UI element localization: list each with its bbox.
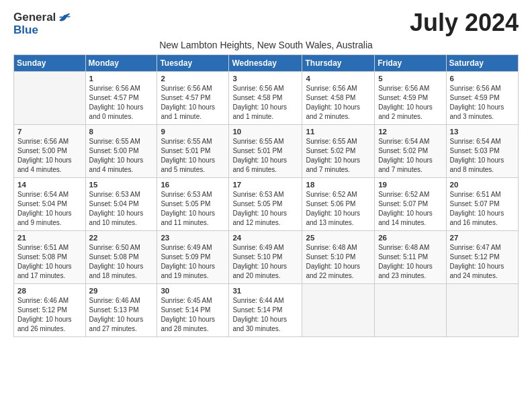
calendar-cell: 5Sunrise: 6:56 AM Sunset: 4:59 PM Daylig… <box>375 71 446 124</box>
day-number: 2 <box>161 75 225 83</box>
calendar-header-row: SundayMondayTuesdayWednesdayThursdayFrid… <box>14 54 519 71</box>
calendar-cell: 29Sunrise: 6:46 AM Sunset: 5:13 PM Dayli… <box>85 283 157 336</box>
day-info: Sunrise: 6:47 AM Sunset: 5:12 PM Dayligh… <box>450 243 515 281</box>
day-info: Sunrise: 6:49 AM Sunset: 5:09 PM Dayligh… <box>161 243 225 281</box>
calendar-cell: 12Sunrise: 6:54 AM Sunset: 5:02 PM Dayli… <box>375 124 446 177</box>
calendar-cell: 27Sunrise: 6:47 AM Sunset: 5:12 PM Dayli… <box>446 230 518 283</box>
day-info: Sunrise: 6:48 AM Sunset: 5:10 PM Dayligh… <box>306 243 371 281</box>
month-title: July 2024 <box>410 11 519 35</box>
day-info: Sunrise: 6:53 AM Sunset: 5:04 PM Dayligh… <box>89 190 154 228</box>
day-number: 18 <box>306 181 371 189</box>
day-number: 4 <box>306 75 371 83</box>
calendar-cell: 10Sunrise: 6:55 AM Sunset: 5:01 PM Dayli… <box>229 124 302 177</box>
calendar-cell: 31Sunrise: 6:44 AM Sunset: 5:14 PM Dayli… <box>229 283 302 336</box>
day-info: Sunrise: 6:44 AM Sunset: 5:14 PM Dayligh… <box>232 296 298 334</box>
calendar-cell: 16Sunrise: 6:53 AM Sunset: 5:05 PM Dayli… <box>157 177 229 230</box>
day-info: Sunrise: 6:53 AM Sunset: 5:05 PM Dayligh… <box>161 190 225 228</box>
day-info: Sunrise: 6:55 AM Sunset: 5:01 PM Dayligh… <box>232 137 298 175</box>
day-info: Sunrise: 6:49 AM Sunset: 5:10 PM Dayligh… <box>232 243 298 281</box>
day-number: 5 <box>378 75 442 83</box>
day-number: 23 <box>161 234 225 242</box>
calendar-header-thursday: Thursday <box>302 54 375 71</box>
day-info: Sunrise: 6:56 AM Sunset: 4:57 PM Dayligh… <box>161 84 225 122</box>
day-info: Sunrise: 6:52 AM Sunset: 5:07 PM Dayligh… <box>378 190 442 228</box>
day-info: Sunrise: 6:46 AM Sunset: 5:12 PM Dayligh… <box>17 296 82 334</box>
day-info: Sunrise: 6:45 AM Sunset: 5:14 PM Dayligh… <box>161 296 225 334</box>
calendar-cell: 24Sunrise: 6:49 AM Sunset: 5:10 PM Dayli… <box>229 230 302 283</box>
day-info: Sunrise: 6:56 AM Sunset: 5:00 PM Dayligh… <box>17 137 82 175</box>
day-number: 28 <box>17 287 82 295</box>
calendar-cell: 14Sunrise: 6:54 AM Sunset: 5:04 PM Dayli… <box>14 177 86 230</box>
day-info: Sunrise: 6:56 AM Sunset: 4:58 PM Dayligh… <box>232 84 298 122</box>
day-info: Sunrise: 6:56 AM Sunset: 4:59 PM Dayligh… <box>450 84 515 122</box>
day-number: 11 <box>306 128 371 136</box>
calendar-cell: 11Sunrise: 6:55 AM Sunset: 5:02 PM Dayli… <box>302 124 375 177</box>
day-number: 14 <box>17 181 82 189</box>
calendar-cell <box>446 283 518 336</box>
day-info: Sunrise: 6:56 AM Sunset: 4:58 PM Dayligh… <box>306 84 371 122</box>
calendar-header-friday: Friday <box>375 54 446 71</box>
calendar-week-2: 7Sunrise: 6:56 AM Sunset: 5:00 PM Daylig… <box>14 124 519 177</box>
calendar-cell: 8Sunrise: 6:55 AM Sunset: 5:00 PM Daylig… <box>85 124 157 177</box>
calendar-cell: 13Sunrise: 6:54 AM Sunset: 5:03 PM Dayli… <box>446 124 518 177</box>
day-number: 30 <box>161 287 225 295</box>
day-number: 15 <box>89 181 154 189</box>
logo: General Blue <box>13 11 71 37</box>
day-info: Sunrise: 6:55 AM Sunset: 5:02 PM Dayligh… <box>306 137 371 175</box>
day-number: 7 <box>17 128 82 136</box>
day-number: 9 <box>161 128 225 136</box>
day-info: Sunrise: 6:54 AM Sunset: 5:02 PM Dayligh… <box>378 137 442 175</box>
day-info: Sunrise: 6:48 AM Sunset: 5:11 PM Dayligh… <box>378 243 442 281</box>
day-number: 16 <box>161 181 225 189</box>
day-info: Sunrise: 6:53 AM Sunset: 5:05 PM Dayligh… <box>232 190 298 228</box>
day-info: Sunrise: 6:56 AM Sunset: 4:59 PM Dayligh… <box>378 84 442 122</box>
calendar-week-5: 28Sunrise: 6:46 AM Sunset: 5:12 PM Dayli… <box>14 283 519 336</box>
day-number: 25 <box>306 234 371 242</box>
day-number: 8 <box>89 128 154 136</box>
day-info: Sunrise: 6:46 AM Sunset: 5:13 PM Dayligh… <box>89 296 154 334</box>
calendar-header-wednesday: Wednesday <box>229 54 302 71</box>
calendar-cell: 4Sunrise: 6:56 AM Sunset: 4:58 PM Daylig… <box>302 71 375 124</box>
day-number: 10 <box>232 128 298 136</box>
calendar-cell: 15Sunrise: 6:53 AM Sunset: 5:04 PM Dayli… <box>85 177 157 230</box>
calendar-cell: 19Sunrise: 6:52 AM Sunset: 5:07 PM Dayli… <box>375 177 446 230</box>
calendar-cell: 17Sunrise: 6:53 AM Sunset: 5:05 PM Dayli… <box>229 177 302 230</box>
calendar-cell: 22Sunrise: 6:50 AM Sunset: 5:08 PM Dayli… <box>85 230 157 283</box>
calendar-page: General Blue July 2024 New Lambton Heigh… <box>0 0 532 411</box>
calendar-header-sunday: Sunday <box>14 54 86 71</box>
calendar-header-tuesday: Tuesday <box>157 54 229 71</box>
day-number: 1 <box>89 75 154 83</box>
logo-text: General Blue <box>13 11 71 37</box>
day-number: 21 <box>17 234 82 242</box>
day-number: 22 <box>89 234 154 242</box>
calendar-cell: 18Sunrise: 6:52 AM Sunset: 5:06 PM Dayli… <box>302 177 375 230</box>
header: General Blue July 2024 <box>13 11 519 37</box>
day-number: 27 <box>450 234 515 242</box>
calendar-cell: 2Sunrise: 6:56 AM Sunset: 4:57 PM Daylig… <box>157 71 229 124</box>
calendar-table: SundayMondayTuesdayWednesdayThursdayFrid… <box>13 54 519 337</box>
day-info: Sunrise: 6:56 AM Sunset: 4:57 PM Dayligh… <box>89 84 154 122</box>
calendar-cell: 21Sunrise: 6:51 AM Sunset: 5:08 PM Dayli… <box>14 230 86 283</box>
calendar-week-4: 21Sunrise: 6:51 AM Sunset: 5:08 PM Dayli… <box>14 230 519 283</box>
day-info: Sunrise: 6:51 AM Sunset: 5:08 PM Dayligh… <box>17 243 82 281</box>
calendar-cell: 6Sunrise: 6:56 AM Sunset: 4:59 PM Daylig… <box>446 71 518 124</box>
calendar-cell <box>302 283 375 336</box>
calendar-cell: 7Sunrise: 6:56 AM Sunset: 5:00 PM Daylig… <box>14 124 86 177</box>
calendar-cell: 25Sunrise: 6:48 AM Sunset: 5:10 PM Dayli… <box>302 230 375 283</box>
calendar-cell: 20Sunrise: 6:51 AM Sunset: 5:07 PM Dayli… <box>446 177 518 230</box>
calendar-cell <box>375 283 446 336</box>
day-number: 20 <box>450 181 515 189</box>
day-info: Sunrise: 6:54 AM Sunset: 5:03 PM Dayligh… <box>450 137 515 175</box>
day-info: Sunrise: 6:55 AM Sunset: 5:00 PM Dayligh… <box>89 137 154 175</box>
calendar-header-saturday: Saturday <box>446 54 518 71</box>
calendar-cell: 28Sunrise: 6:46 AM Sunset: 5:12 PM Dayli… <box>14 283 86 336</box>
day-number: 6 <box>450 75 515 83</box>
calendar-week-1: 1Sunrise: 6:56 AM Sunset: 4:57 PM Daylig… <box>14 71 519 124</box>
day-number: 17 <box>232 181 298 189</box>
calendar-week-3: 14Sunrise: 6:54 AM Sunset: 5:04 PM Dayli… <box>14 177 519 230</box>
calendar-cell: 26Sunrise: 6:48 AM Sunset: 5:11 PM Dayli… <box>375 230 446 283</box>
day-number: 26 <box>378 234 442 242</box>
calendar-cell: 1Sunrise: 6:56 AM Sunset: 4:57 PM Daylig… <box>85 71 157 124</box>
calendar-cell: 30Sunrise: 6:45 AM Sunset: 5:14 PM Dayli… <box>157 283 229 336</box>
calendar-cell <box>14 71 86 124</box>
